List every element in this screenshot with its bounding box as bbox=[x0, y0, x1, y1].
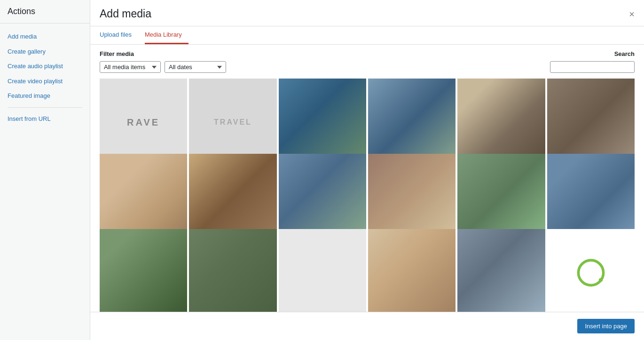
date-select[interactable]: All dates January 2024 December 2023 bbox=[165, 61, 226, 73]
close-button[interactable]: × bbox=[629, 9, 635, 19]
sidebar-divider bbox=[8, 107, 82, 108]
media-type-select[interactable]: All media items Images Audio Video bbox=[100, 61, 161, 73]
media-item[interactable] bbox=[457, 229, 545, 312]
media-item[interactable] bbox=[547, 154, 635, 241]
dialog-header: Add media × bbox=[90, 0, 644, 26]
content-area: Filter media All media items Images Audi… bbox=[90, 45, 644, 312]
sidebar: Actions Add media Create gallery Create … bbox=[0, 0, 90, 340]
media-item[interactable]: RAVE bbox=[100, 79, 187, 166]
media-item[interactable] bbox=[457, 154, 545, 241]
media-item[interactable] bbox=[457, 79, 545, 166]
media-item[interactable] bbox=[279, 154, 366, 241]
sidebar-item-featured-image[interactable]: Featured image bbox=[0, 88, 90, 103]
media-item[interactable] bbox=[368, 154, 456, 241]
bottom-bar: Insert into page bbox=[90, 312, 644, 340]
sidebar-item-create-gallery[interactable]: Create gallery bbox=[0, 44, 90, 59]
main-dialog: Add media × Upload files Media Library F… bbox=[90, 0, 644, 340]
sidebar-header: Actions bbox=[0, 0, 90, 24]
dialog-title: Add media bbox=[100, 8, 151, 20]
filter-bar: Filter media All media items Images Audi… bbox=[90, 45, 644, 79]
svg-point-1 bbox=[599, 278, 603, 282]
media-item[interactable] bbox=[189, 229, 276, 312]
tabs-bar: Upload files Media Library bbox=[90, 26, 644, 45]
filter-controls: All media items Images Audio Video All d… bbox=[100, 61, 226, 73]
search-label: Search bbox=[614, 50, 635, 57]
oval-icon bbox=[574, 256, 607, 289]
media-item[interactable] bbox=[547, 79, 635, 166]
search-area: Search bbox=[550, 50, 635, 73]
media-rave-placeholder: RAVE bbox=[100, 79, 187, 166]
media-item[interactable] bbox=[100, 229, 187, 312]
media-grid: RAVE TRAVEL bbox=[90, 79, 644, 312]
filter-label: Filter media bbox=[100, 50, 226, 57]
media-item[interactable]: TRAVEL bbox=[189, 79, 276, 166]
filter-left: Filter media All media items Images Audi… bbox=[100, 50, 226, 73]
sidebar-item-add-media[interactable]: Add media bbox=[0, 29, 90, 44]
sidebar-nav: Add media Create gallery Create audio pl… bbox=[0, 24, 90, 132]
sidebar-item-insert-from-url[interactable]: Insert from URL bbox=[0, 111, 90, 127]
sidebar-item-create-video-playlist[interactable]: Create video playlist bbox=[0, 74, 90, 89]
media-travel-placeholder: TRAVEL bbox=[189, 79, 276, 166]
media-item[interactable] bbox=[279, 79, 366, 166]
tab-media-library[interactable]: Media Library bbox=[145, 26, 188, 44]
tab-upload-files[interactable]: Upload files bbox=[100, 26, 138, 44]
media-item[interactable] bbox=[279, 229, 366, 312]
media-item[interactable] bbox=[100, 154, 187, 241]
search-input[interactable] bbox=[550, 61, 635, 73]
media-item[interactable] bbox=[368, 229, 456, 312]
media-item[interactable] bbox=[189, 154, 276, 241]
media-item-oval[interactable] bbox=[547, 229, 635, 312]
media-item[interactable] bbox=[368, 79, 456, 166]
insert-into-page-button[interactable]: Insert into page bbox=[577, 319, 635, 333]
sidebar-item-create-audio-playlist[interactable]: Create audio playlist bbox=[0, 59, 90, 74]
